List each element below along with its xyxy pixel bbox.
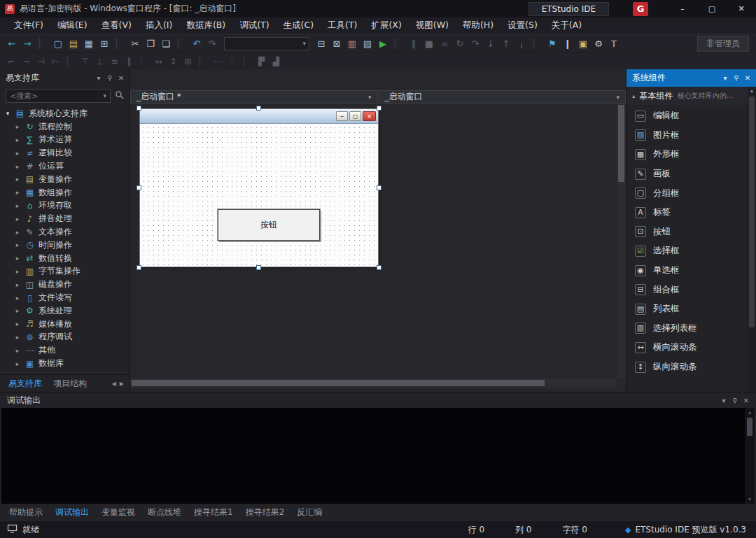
menu-item[interactable]: 调试(T) bbox=[232, 17, 276, 34]
tree-root-item[interactable]: ▾ ▤ 系统核心支持库 bbox=[0, 107, 130, 120]
tree-item[interactable]: ▸ ✎ 文本操作 bbox=[0, 225, 130, 239]
collapse-arrow-icon[interactable]: ▸ bbox=[14, 215, 21, 222]
tree-item[interactable]: ▸ ⊚ 程序调试 bbox=[0, 331, 130, 344]
component-group-box[interactable]: ▢ 分组框 bbox=[626, 183, 748, 203]
component-button[interactable]: ⊡ 按钮 bbox=[626, 222, 748, 242]
compile-icon[interactable]: ▥ bbox=[344, 36, 360, 50]
tree-item[interactable]: ▸ ♬ 媒体播放 bbox=[0, 318, 130, 331]
window-select-combobox[interactable]: _启动窗口 * ▾ bbox=[130, 90, 378, 104]
resize-handle[interactable] bbox=[377, 185, 382, 190]
menu-item[interactable]: 关于(A) bbox=[545, 17, 589, 34]
same-height-icon[interactable]: ↕ bbox=[166, 55, 181, 69]
menu-item[interactable]: 插入(I) bbox=[139, 17, 179, 34]
tree-item[interactable]: ▸ ◫ 磁盘操作 bbox=[0, 278, 130, 291]
pin-icon[interactable]: ⚲ bbox=[731, 73, 742, 84]
scrollbar-thumb[interactable] bbox=[618, 105, 624, 182]
collapse-arrow-icon[interactable]: ▸ bbox=[14, 255, 21, 262]
tree-item[interactable]: ▸ ≠ 逻辑比较 bbox=[0, 146, 130, 160]
tree-item[interactable]: ▸ ↻ 流程控制 bbox=[0, 120, 130, 134]
collapse-arrow-icon[interactable]: ▸ bbox=[14, 268, 21, 275]
attach-process-icon[interactable]: ∞ bbox=[437, 36, 452, 50]
stop-icon[interactable]: ■ bbox=[421, 36, 437, 50]
ide-label[interactable]: ETStudio IDE bbox=[528, 2, 609, 16]
chevron-down-icon[interactable]: ▾ bbox=[720, 73, 731, 84]
collapse-arrow-icon[interactable]: ▸ bbox=[14, 189, 21, 196]
collapse-arrow-icon[interactable]: ▸ bbox=[14, 295, 21, 302]
designed-form-titlebar[interactable]: ‒ ▢ ✕ bbox=[140, 109, 378, 124]
pause-icon[interactable]: ‖ bbox=[406, 36, 421, 50]
new-form-icon[interactable]: ▢ bbox=[50, 36, 66, 50]
flag-icon[interactable]: ⚑ bbox=[545, 36, 560, 50]
component-combo-box[interactable]: ⊟ 组合框 bbox=[626, 280, 748, 299]
tree-item[interactable]: ▸ ⋯ 其他 bbox=[0, 344, 130, 357]
collapse-arrow-icon[interactable]: ▸ bbox=[14, 123, 21, 130]
designed-form-window[interactable]: ‒ ▢ ✕ 按钮 bbox=[139, 108, 379, 267]
component-checked-list-box[interactable]: ▥ 选择列表框 bbox=[626, 319, 748, 339]
step-into-icon[interactable]: ↓ bbox=[483, 36, 498, 50]
collapse-arrow-icon[interactable]: ▸ bbox=[14, 163, 21, 170]
tab-scroll-right-icon[interactable]: ▶ bbox=[120, 381, 124, 387]
align-rights-icon[interactable]: ⊢ bbox=[48, 55, 63, 69]
collapse-arrow-icon[interactable]: ▸ bbox=[14, 202, 21, 209]
bring-front-icon[interactable]: ▛ bbox=[254, 55, 269, 69]
component-select-combobox[interactable]: _启动窗口 ▾ bbox=[379, 90, 626, 104]
chevron-down-icon[interactable]: ▾ bbox=[103, 92, 106, 99]
collapse-arrow-icon[interactable]: ▸ bbox=[14, 334, 21, 341]
restart-icon[interactable]: ↻ bbox=[452, 36, 468, 50]
search-icon[interactable] bbox=[115, 90, 124, 101]
center-vertical-icon[interactable]: ‖ bbox=[122, 55, 136, 69]
menu-item[interactable]: 扩展(X) bbox=[364, 17, 408, 34]
bottom-tab[interactable]: 帮助提示 bbox=[3, 504, 49, 521]
designer-canvas[interactable]: ‒ ▢ ✕ 按钮 bbox=[130, 104, 626, 378]
bottom-tab[interactable]: 反汇编 bbox=[290, 504, 328, 521]
menu-item[interactable]: 数据库(B) bbox=[179, 17, 232, 34]
center-horizontal-icon[interactable]: ≡ bbox=[107, 55, 122, 69]
resize-handle[interactable] bbox=[136, 265, 141, 270]
designed-form-selection[interactable]: ‒ ▢ ✕ 按钮 bbox=[139, 108, 379, 267]
collapse-arrow-icon[interactable]: ▸ bbox=[14, 281, 21, 288]
scroll-up-icon[interactable]: ▴ bbox=[750, 87, 753, 95]
menu-item[interactable]: 设置(S) bbox=[500, 17, 545, 34]
menu-item[interactable]: 帮助(H) bbox=[456, 17, 500, 34]
resize-handle[interactable] bbox=[256, 265, 261, 270]
tree-item[interactable]: ▸ ▯ 文件读写 bbox=[0, 291, 130, 304]
bottom-tab[interactable]: 搜寻结果1 bbox=[188, 504, 239, 521]
component-v-scrollbar[interactable]: ↕ 纵向滚动条 bbox=[626, 358, 748, 377]
menu-item[interactable]: 查看(V) bbox=[94, 17, 139, 34]
minimize-button[interactable]: – bbox=[668, 0, 697, 17]
breakpoint-icon[interactable]: ¡ bbox=[514, 36, 529, 50]
component-checkbox[interactable]: ☑ 选择框 bbox=[626, 241, 748, 261]
debug-scrollbar[interactable]: ▴ ▾ bbox=[745, 408, 755, 504]
collapse-arrow-icon[interactable]: ▸ bbox=[14, 176, 21, 183]
space-horizontal-icon[interactable]: ⋯ bbox=[210, 55, 225, 69]
menu-item[interactable]: 编辑(E) bbox=[50, 17, 94, 34]
component-shape-box[interactable]: ▦ 外形框 bbox=[626, 145, 748, 164]
space-vertical-icon[interactable]: ⋮ bbox=[225, 55, 239, 69]
package-icon[interactable]: ▧ bbox=[360, 36, 375, 50]
chevron-down-icon[interactable]: ▾ bbox=[718, 395, 729, 406]
scrollbar-thumb[interactable] bbox=[132, 380, 545, 386]
same-width-icon[interactable]: ↔ bbox=[151, 55, 166, 69]
component-radio[interactable]: ◉ 单选框 bbox=[626, 261, 748, 281]
left-panel-tab[interactable]: 易支持库 bbox=[3, 378, 48, 390]
bottom-tab[interactable]: 搜寻结果2 bbox=[239, 504, 291, 521]
component-picture-box[interactable]: ▨ 图片框 bbox=[626, 126, 748, 146]
form-maximize-button[interactable]: ▢ bbox=[349, 111, 361, 121]
tree-item[interactable]: ▸ ▣ 数据库 bbox=[0, 357, 130, 370]
section-collapse-icon[interactable]: ▴ bbox=[632, 92, 636, 99]
align-bottoms-icon[interactable]: ⊥ bbox=[92, 55, 107, 69]
tab-scroll-left-icon[interactable]: ◀ bbox=[112, 381, 116, 387]
chevron-down-icon[interactable]: ▾ bbox=[93, 73, 104, 84]
menu-item[interactable]: 文件(F) bbox=[7, 17, 50, 34]
component-section-header[interactable]: ▴ 基本组件 核心支持库内的… bbox=[626, 87, 756, 105]
component-paint-board[interactable]: ✎ 画板 bbox=[626, 164, 748, 184]
scrollbar-thumb[interactable] bbox=[749, 97, 755, 327]
copy-icon[interactable]: ❐ bbox=[143, 36, 158, 50]
tree-item[interactable]: ▸ # 位运算 bbox=[0, 160, 130, 173]
tree-item[interactable]: ▸ ⌂ 环境存取 bbox=[0, 199, 130, 213]
component-h-scrollbar[interactable]: ↔ 横向滚动条 bbox=[626, 338, 748, 358]
close-button[interactable]: ✕ bbox=[727, 0, 756, 17]
toolbar-combobox[interactable]: ▾ bbox=[224, 37, 309, 50]
build-icon[interactable]: ⊠ bbox=[329, 36, 344, 50]
tree-item[interactable]: ▸ ♪ 拼音处理 bbox=[0, 212, 130, 225]
